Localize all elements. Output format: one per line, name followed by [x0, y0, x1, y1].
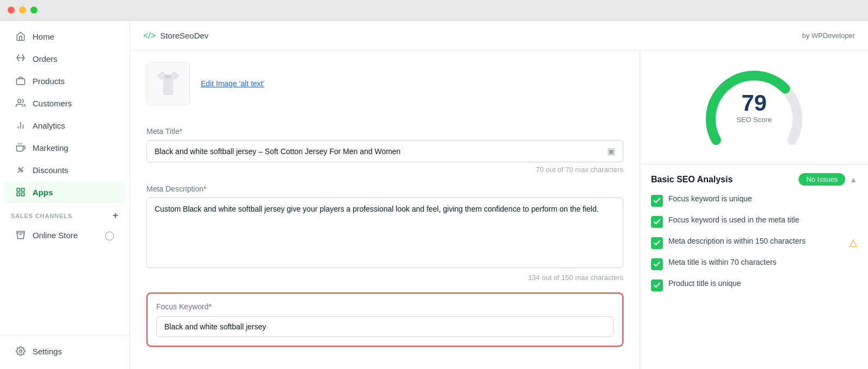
- warning-icon: △: [850, 237, 857, 249]
- sidebar-item-label-marketing: Marketing: [33, 143, 68, 152]
- meta-title-group: Meta Title* Black and white softball jer…: [146, 127, 623, 174]
- seo-score-number: 79: [736, 92, 771, 114]
- check-unique: [651, 195, 663, 207]
- meta-title-char-count: 70 out of 70 max characters: [146, 166, 623, 174]
- seo-score-circle: 79 SEO Score: [705, 64, 803, 151]
- home-icon: [15, 31, 26, 42]
- online-store-settings-icon[interactable]: ◯: [105, 230, 114, 240]
- seo-score-label: SEO Score: [736, 116, 771, 124]
- sidebar-item-label-settings: Settings: [33, 347, 62, 356]
- edit-alt-text-link[interactable]: Edit Image 'alt text': [201, 79, 264, 88]
- customers-icon: [15, 98, 26, 109]
- apps-icon: [15, 187, 26, 198]
- seo-item-meta-title-len: Meta title is within 70 characters: [651, 258, 857, 270]
- seo-item-unique: Focus keyword is unique: [651, 194, 857, 207]
- brand-name: StoreSeoDev: [160, 31, 208, 40]
- fullscreen-button[interactable]: [30, 7, 37, 14]
- sidebar-item-settings[interactable]: Settings: [4, 340, 125, 362]
- analytics-icon: [15, 120, 26, 131]
- minimize-button[interactable]: [19, 7, 26, 14]
- svg-point-14: [20, 350, 22, 353]
- svg-point-7: [18, 168, 20, 169]
- settings-icon: [15, 346, 26, 357]
- svg-rect-12: [22, 193, 24, 196]
- seo-analysis-header: Basic SEO Analysis No Issues ▲: [651, 173, 857, 186]
- sidebar-item-analytics[interactable]: Analytics: [4, 114, 125, 136]
- seo-score-section: 79 SEO Score: [640, 51, 868, 164]
- focus-keyword-label: Focus Keyword*: [156, 302, 614, 311]
- sidebar: Home Orders Products Customers: [0, 21, 130, 369]
- sidebar-item-home[interactable]: Home: [4, 26, 125, 47]
- sidebar-item-customers[interactable]: Customers: [4, 92, 125, 114]
- meta-desc-textarea[interactable]: Custom Black and white softball jersey g…: [146, 198, 623, 268]
- top-bar: </> StoreSeoDev by WPDeveloper: [130, 21, 868, 51]
- meta-title-value: Black and white softball jersey – Soft C…: [155, 147, 400, 156]
- sales-channels-section: SALES CHANNELS +: [0, 203, 130, 224]
- meta-desc-group: Meta Description* Custom Black and white…: [146, 184, 623, 282]
- add-sales-channel-icon[interactable]: +: [113, 210, 119, 221]
- seo-score-text: 79 SEO Score: [736, 92, 771, 124]
- app-layout: Home Orders Products Customers: [0, 21, 868, 369]
- sidebar-bottom: Settings: [0, 335, 130, 369]
- no-issues-badge: No Issues: [799, 173, 845, 186]
- sidebar-item-label-online-store: Online Store: [33, 231, 78, 240]
- svg-rect-13: [17, 193, 20, 196]
- seo-analysis-title: Basic SEO Analysis: [651, 175, 733, 184]
- seo-item-product-title: Product title is unique: [651, 279, 857, 291]
- sidebar-item-label-orders: Orders: [33, 54, 58, 63]
- focus-keyword-value: Black and white softball jersey: [164, 322, 266, 331]
- meta-desc-char-count: 134 out of 150 max characters: [146, 273, 623, 282]
- sidebar-item-products[interactable]: Products: [4, 70, 125, 92]
- store-icon: [15, 230, 26, 240]
- sidebar-item-label-discounts: Discounts: [33, 166, 68, 175]
- check-meta-desc-len: [651, 237, 663, 249]
- sidebar-item-apps[interactable]: Apps: [4, 181, 125, 203]
- window-chrome: [0, 0, 868, 21]
- no-issues-label: No Issues: [806, 175, 838, 183]
- product-thumbnail: [146, 62, 190, 105]
- seo-item-text-unique: Focus keyword is unique: [668, 194, 857, 203]
- svg-rect-10: [17, 188, 20, 191]
- products-icon: [15, 75, 26, 86]
- check-meta-title: [651, 216, 663, 228]
- seo-analysis: Basic SEO Analysis No Issues ▲: [640, 164, 868, 309]
- focus-keyword-input[interactable]: Black and white softball jersey: [156, 316, 614, 337]
- brand-icon: </>: [143, 31, 156, 41]
- center-panel: Edit Image 'alt text' Meta Title* Black …: [130, 51, 640, 369]
- product-image-row: Edit Image 'alt text': [146, 62, 623, 114]
- svg-point-0: [18, 99, 21, 103]
- sidebar-nav: Home Orders Products Customers: [0, 21, 130, 335]
- seo-item-text-meta-title-len: Meta title is within 70 characters: [668, 258, 857, 266]
- marketing-icon: [15, 142, 26, 153]
- sidebar-item-label-apps: Apps: [33, 188, 53, 197]
- collapse-icon[interactable]: ▲: [850, 175, 857, 184]
- focus-keyword-box: Focus Keyword* Black and white softball …: [146, 292, 623, 347]
- sidebar-item-label-products: Products: [33, 77, 65, 86]
- seo-item-text-meta-desc-len: Meta description is within 150 character…: [668, 237, 844, 245]
- by-developer: by WPDeveloper: [802, 31, 855, 40]
- sidebar-item-label-home: Home: [33, 32, 54, 41]
- seo-item-text-meta-title: Focus keyword is used in the meta title: [668, 215, 857, 224]
- seo-item-meta-title: Focus keyword is used in the meta title: [651, 215, 857, 228]
- svg-point-8: [21, 170, 23, 172]
- orders-icon: [15, 53, 26, 64]
- brand: </> StoreSeoDev: [143, 31, 208, 41]
- meta-title-label: Meta Title*: [146, 127, 623, 136]
- sidebar-item-orders[interactable]: Orders: [4, 48, 125, 69]
- copy-icon[interactable]: ▣: [607, 146, 615, 156]
- seo-item-text-product-title: Product title is unique: [668, 279, 857, 288]
- sidebar-item-label-customers: Customers: [33, 99, 72, 108]
- meta-title-input[interactable]: Black and white softball jersey – Soft C…: [146, 140, 623, 162]
- svg-rect-15: [165, 75, 171, 78]
- close-button[interactable]: [8, 7, 15, 14]
- sidebar-item-discounts[interactable]: Discounts: [4, 159, 125, 181]
- seo-item-meta-desc-len: Meta description is within 150 character…: [651, 237, 857, 249]
- sidebar-item-label-analytics: Analytics: [33, 121, 65, 130]
- sidebar-item-online-store[interactable]: Online Store ◯: [4, 224, 125, 246]
- discounts-icon: [15, 164, 26, 175]
- check-product-title: [651, 279, 663, 291]
- sidebar-item-marketing[interactable]: Marketing: [4, 137, 125, 158]
- meta-desc-label: Meta Description*: [146, 184, 623, 193]
- right-panel: 79 SEO Score Basic SEO Analysis No Issue…: [640, 51, 868, 369]
- check-meta-title-len: [651, 258, 663, 270]
